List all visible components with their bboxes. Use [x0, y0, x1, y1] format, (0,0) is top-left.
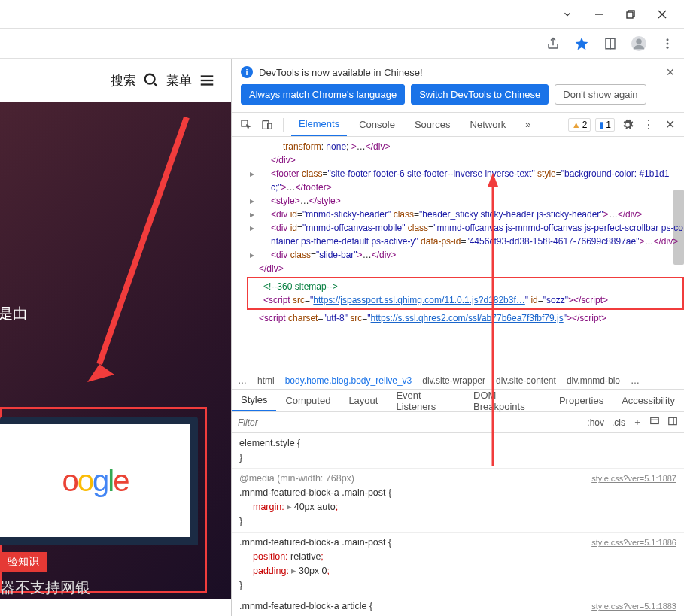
stab-computed[interactable]: Computed [276, 390, 339, 411]
google-logo-fragment: oogle [62, 464, 129, 498]
reader-icon[interactable] [601, 35, 619, 53]
script-src-link[interactable]: https://jspassport.ssl.qhimg.com/11.0.1.… [313, 295, 524, 305]
rule-source-link[interactable]: style.css?ver=5.1:1883 [591, 599, 676, 614]
share-icon[interactable] [544, 35, 562, 53]
category-badge[interactable]: 验知识 [0, 552, 47, 572]
stab-styles[interactable]: Styles [232, 390, 276, 411]
crumb-more-r[interactable]: … [631, 375, 640, 386]
styles-tabbar: Styles Computed Layout Event Listeners D… [232, 390, 684, 412]
expand-arrow-icon[interactable]: ▸ [250, 221, 254, 235]
messages-badge[interactable]: ▮1 [595, 118, 615, 132]
hov-toggle[interactable]: :hov [587, 417, 604, 428]
expand-arrow-icon[interactable]: ▸ [250, 194, 254, 208]
laptop-graphic: oogle [0, 417, 198, 545]
style-rule: style.css?ver=5.1:1886 .mnmd-featured-bl… [232, 533, 684, 596]
annotation-arrow-icon [0, 102, 231, 388]
svg-marker-6 [576, 37, 588, 50]
devtools-close-icon[interactable]: ✕ [661, 117, 678, 133]
search-label[interactable]: 搜索 [111, 72, 136, 90]
crumb-body[interactable]: body.home.blog.body_relive_v3 [285, 375, 412, 386]
stab-events[interactable]: Event Listeners [387, 390, 464, 411]
hero-text-fragment: ，它是由 [0, 304, 27, 323]
svg-point-12 [667, 42, 669, 44]
elements-tree[interactable]: transform: none; >…</div> </div> ▸<foote… [232, 137, 684, 372]
stab-layout[interactable]: Layout [339, 390, 387, 411]
svg-point-11 [667, 38, 669, 41]
page-header-nav: 搜索 菜单 [0, 59, 231, 102]
sidebar-toggle-icon[interactable] [667, 416, 678, 429]
stab-a11y[interactable]: Accessibility [613, 390, 684, 411]
page-content-left: 搜索 菜单 ，它是由 oogle 验知识 器不支持网银 [0, 59, 231, 616]
rule-source-link[interactable]: style.css?ver=5.1:1887 [591, 472, 676, 486]
kebab-menu-icon[interactable] [658, 35, 676, 53]
article-caption[interactable]: 器不支持网银 [0, 578, 90, 598]
style-rule: style.css?ver=5.1:1887 @media (min-width… [232, 469, 684, 533]
devtools-panel: i DevTools is now available in Chinese! … [231, 59, 684, 616]
dont-show-button[interactable]: Don't show again [555, 84, 646, 105]
style-rule: element.style { } [232, 433, 684, 469]
stab-dom[interactable]: DOM Breakpoints [464, 390, 550, 411]
kebab-icon[interactable]: ⋮ [640, 117, 657, 133]
always-match-button[interactable]: Always match Chrome's language [241, 84, 405, 105]
warnings-badge[interactable]: ▲2 [568, 118, 591, 132]
devtools-language-banner: i DevTools is now available in Chinese! … [232, 59, 684, 113]
styles-filter-row: :hov .cls ＋ [232, 412, 684, 433]
device-icon[interactable] [259, 117, 275, 133]
profile-avatar-icon[interactable] [630, 35, 648, 53]
rule-source-link[interactable]: style.css?ver=5.1:1886 [591, 536, 676, 550]
expand-arrow-icon[interactable]: ▸ [250, 167, 254, 181]
tab-more[interactable]: » [518, 113, 538, 136]
devtools-tabbar: Elements Console Sources Network » ▲2 ▮1… [232, 113, 684, 137]
tab-network[interactable]: Network [463, 113, 514, 136]
new-rule-icon[interactable]: ＋ [633, 416, 642, 429]
hero-section: ，它是由 oogle 验知识 器不支持网银 [0, 102, 231, 599]
svg-rect-24 [651, 417, 659, 423]
styles-rules[interactable]: element.style { } style.css?ver=5.1:1887… [232, 433, 684, 616]
expand-arrow-icon[interactable]: ▸ [250, 248, 254, 262]
elements-breadcrumb[interactable]: … html body.home.blog.body_relive_v3 div… [232, 372, 684, 390]
banner-close-icon[interactable]: ✕ [666, 66, 675, 78]
highlighted-script-box: <!--360 sitemap--> <script src="https://… [247, 277, 684, 310]
svg-line-15 [154, 83, 157, 86]
crumb-block[interactable]: div.mnmd-blo [567, 375, 620, 386]
svg-rect-2 [627, 12, 633, 18]
crumb-wrapper[interactable]: div.site-wrapper [422, 375, 485, 386]
inspect-icon[interactable] [238, 117, 254, 133]
window-dropdown-button[interactable] [552, 2, 583, 26]
hamburger-icon[interactable] [198, 71, 216, 90]
search-icon[interactable] [142, 71, 160, 90]
crumb-html[interactable]: html [257, 375, 275, 386]
svg-point-10 [636, 38, 641, 44]
script-src-link[interactable]: https://s.ssl.qhres2.com/ssl/ab77b6ea7f3… [371, 313, 564, 323]
gear-icon[interactable] [619, 117, 636, 133]
window-titlebar [0, 0, 684, 29]
info-icon: i [241, 66, 253, 78]
svg-point-14 [145, 74, 155, 84]
computed-toggle-icon[interactable] [649, 416, 660, 429]
menu-label[interactable]: 菜单 [166, 72, 192, 90]
style-rule: style.css?ver=5.1:1883 .mnmd-featured-bl… [232, 596, 684, 616]
svg-marker-20 [87, 364, 114, 382]
svg-line-19 [99, 117, 187, 364]
svg-point-13 [667, 46, 669, 48]
styles-filter-input[interactable] [238, 417, 587, 428]
cls-toggle[interactable]: .cls [612, 417, 625, 428]
browser-toolbar [0, 29, 684, 59]
window-close-button[interactable] [646, 2, 678, 26]
svg-rect-7 [606, 38, 610, 49]
window-maximize-button[interactable] [615, 2, 646, 26]
window-minimize-button[interactable] [583, 2, 615, 26]
switch-chinese-button[interactable]: Switch DevTools to Chinese [411, 84, 549, 105]
crumb-more[interactable]: … [238, 375, 247, 386]
tab-sources[interactable]: Sources [407, 113, 458, 136]
tab-elements[interactable]: Elements [291, 113, 347, 136]
banner-message: DevTools is now available in Chinese! [259, 67, 423, 78]
svg-rect-26 [669, 417, 677, 424]
tab-console[interactable]: Console [351, 113, 403, 136]
bookmark-star-icon[interactable] [573, 35, 591, 53]
svg-rect-8 [610, 38, 615, 49]
expand-arrow-icon[interactable]: ▸ [250, 208, 254, 221]
stab-props[interactable]: Properties [550, 390, 613, 411]
crumb-content[interactable]: div.site-content [496, 375, 556, 386]
